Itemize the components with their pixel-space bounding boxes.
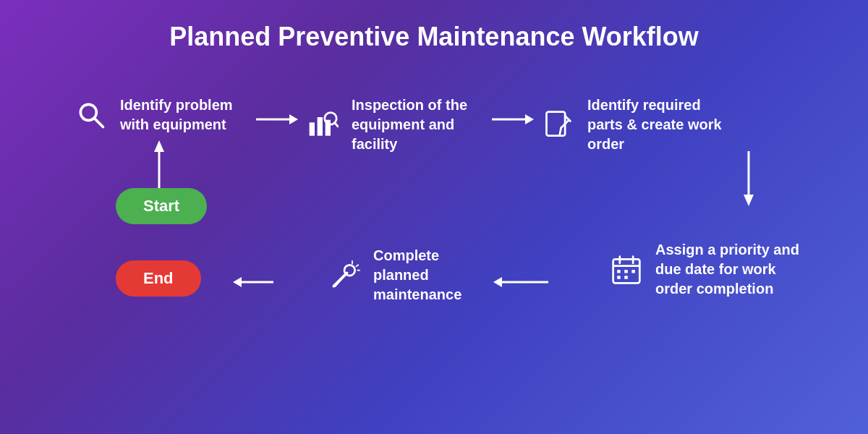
start-badge[interactable]: Start xyxy=(116,188,207,224)
step1-label: Identify problem with equipment xyxy=(120,95,250,135)
step5-label: Complete planned maintenance xyxy=(373,246,482,305)
svg-rect-5 xyxy=(318,117,323,136)
svg-marker-37 xyxy=(154,140,164,152)
svg-marker-10 xyxy=(525,114,534,124)
svg-marker-3 xyxy=(289,114,298,124)
search-icon xyxy=(72,96,110,134)
page-title: Planned Preventive Maintenance Workflow xyxy=(169,22,699,52)
end-badge[interactable]: End xyxy=(116,260,201,297)
workflow-canvas: Identify problem with equipment xyxy=(43,81,825,385)
calendar-icon xyxy=(608,251,645,289)
svg-marker-27 xyxy=(493,277,502,287)
arrow-step4-step5 xyxy=(492,271,550,293)
page-container: Planned Preventive Maintenance Workflow … xyxy=(0,0,868,434)
step3-node: Identify required parts & create work or… xyxy=(540,95,732,154)
arrow-step3-step4 xyxy=(738,150,760,208)
svg-rect-23 xyxy=(631,270,635,273)
svg-rect-21 xyxy=(617,270,621,273)
svg-line-32 xyxy=(357,265,359,266)
svg-line-8 xyxy=(335,122,339,127)
svg-rect-24 xyxy=(617,276,621,279)
step2-label: Inspection of the equipment and facility xyxy=(352,95,482,154)
arrow-step2-step3 xyxy=(490,109,534,130)
tools-icon xyxy=(326,257,363,294)
step4-label: Assign a priority and due date for work … xyxy=(655,240,800,299)
step5-node: Complete planned maintenance xyxy=(326,246,482,305)
step3-label: Identify required parts & create work or… xyxy=(587,95,732,154)
step4-node: Assign a priority and due date for work … xyxy=(608,240,800,299)
svg-rect-22 xyxy=(624,270,628,273)
svg-line-1 xyxy=(95,119,103,127)
svg-rect-11 xyxy=(547,111,566,135)
edit-document-icon xyxy=(540,106,577,144)
svg-marker-35 xyxy=(233,277,242,287)
svg-rect-25 xyxy=(624,276,628,279)
arrow-step5-end xyxy=(231,271,275,293)
svg-line-30 xyxy=(335,274,346,286)
svg-line-14 xyxy=(560,127,561,134)
svg-marker-16 xyxy=(744,195,754,206)
step2-node: Inspection of the equipment and facility xyxy=(304,95,482,154)
step1-node: Identify problem with equipment xyxy=(72,95,250,135)
svg-rect-4 xyxy=(310,122,315,135)
arrow-start-step1 xyxy=(148,139,170,190)
bar-chart-inspect-icon xyxy=(304,106,341,144)
arrow-step1-step2 xyxy=(255,109,298,130)
